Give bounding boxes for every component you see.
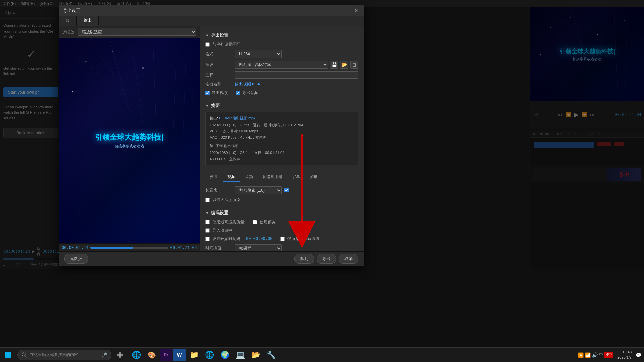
svg-line-18 bbox=[153, 41, 156, 132]
time-interpolation-row: 时间插值: 帧采样 bbox=[205, 244, 358, 251]
summary-output-label: 输出: E:\UML\输出视频.mp4 bbox=[210, 115, 354, 121]
aspect-select[interactable]: 方形像素 (1.0) bbox=[235, 186, 282, 194]
store-icon[interactable]: 🎨 bbox=[144, 348, 159, 362]
max-depth-row: 以最大深度渲染 bbox=[205, 197, 358, 203]
max-depth-checkbox[interactable] bbox=[205, 198, 210, 202]
svg-rect-39 bbox=[117, 355, 120, 358]
aspect-checkbox[interactable] bbox=[284, 188, 289, 192]
svg-rect-38 bbox=[120, 352, 123, 355]
edge-icon[interactable]: 🌐 bbox=[129, 348, 144, 362]
render-alpha-checkbox[interactable] bbox=[280, 237, 285, 241]
svg-rect-34 bbox=[8, 355, 11, 358]
source-scale-row: 源缩放: 缩放以适应 bbox=[59, 26, 200, 38]
summary-source-specs: 644x362 (1.0)，25 fps，逐行，00:01:21:04 48… bbox=[210, 149, 354, 162]
premiere-icon[interactable]: Pr bbox=[160, 349, 172, 361]
svg-point-35 bbox=[22, 353, 25, 356]
summary-output-path[interactable]: E:\UML\输出视频.mp4 bbox=[219, 116, 255, 120]
summary-source-label: 源: 序列,输出视频 bbox=[210, 143, 354, 149]
max-render-label: 使用最高渲染质量 bbox=[212, 219, 245, 225]
import-project-row: 导入项目中 bbox=[205, 228, 358, 233]
import-project-label: 导入项目中 bbox=[212, 228, 232, 233]
task-view-button[interactable] bbox=[113, 348, 127, 362]
word-icon[interactable]: W bbox=[173, 349, 186, 361]
start-button[interactable] bbox=[0, 348, 16, 362]
summary-arrow[interactable]: ▼ bbox=[205, 104, 209, 108]
use-preview-label: 使用预览 bbox=[260, 219, 276, 225]
chrome-icon[interactable]: 🌍 bbox=[217, 348, 232, 362]
notes-input[interactable] bbox=[235, 71, 358, 79]
svg-line-19 bbox=[173, 55, 176, 135]
dialog-progress-bar[interactable] bbox=[90, 247, 168, 249]
tab-publish[interactable]: 发布 bbox=[305, 172, 322, 182]
extra-icon[interactable]: 🔧 bbox=[264, 348, 278, 362]
svg-point-27 bbox=[119, 95, 120, 95]
output-name-row: 输出名称: 输出视频.mp4 bbox=[205, 81, 358, 87]
dialog-title-bar: 导出设置 × bbox=[59, 5, 364, 16]
dialog-footer: 元数据 队列 导出 取消 bbox=[59, 251, 364, 266]
time-interp-label: 时间插值: bbox=[205, 245, 232, 251]
svg-rect-40 bbox=[120, 355, 123, 358]
save-preset-button[interactable]: 💾 bbox=[330, 61, 338, 69]
dialog-settings-panel: ▼ 导出设置 与序列设置匹配 格式: H.264 预设: 匹配源 bbox=[200, 26, 364, 251]
files-icon[interactable]: 📂 bbox=[248, 348, 263, 362]
output-name-link[interactable]: 输出视频.mp4 bbox=[235, 81, 260, 87]
export-audio-checkbox[interactable] bbox=[236, 90, 240, 95]
clock-display[interactable]: 10:48 2020/1/7 bbox=[614, 350, 634, 360]
tab-source[interactable]: 源 bbox=[59, 16, 77, 26]
source-scale-select[interactable]: 缩放以适应 bbox=[78, 28, 196, 36]
delete-preset-button[interactable]: 🗑 bbox=[350, 61, 358, 69]
svg-point-22 bbox=[112, 51, 113, 52]
microphone-icon[interactable]: 🎤 bbox=[101, 352, 107, 358]
match-sequence-checkbox[interactable] bbox=[205, 42, 210, 47]
vscode-icon[interactable]: 💻 bbox=[233, 348, 248, 362]
export-button[interactable]: 导出 bbox=[317, 254, 336, 264]
summary-output-specs: 644x362 (1.0)，25fps，逐行，硬 牛编码，00:01:21:… bbox=[210, 122, 354, 141]
use-preview-checkbox[interactable] bbox=[253, 220, 257, 224]
preset-select[interactable]: 匹配源 - 高比特率 bbox=[235, 61, 328, 69]
preset-row: 预设: 匹配源 - 高比特率 💾 📂 🗑 bbox=[205, 61, 358, 69]
network-icon: 📶 bbox=[585, 352, 591, 358]
tab-effects[interactable]: 效果 bbox=[205, 172, 223, 182]
tab-video[interactable]: 视频 bbox=[223, 172, 240, 182]
summary-title: 摘要 bbox=[211, 103, 220, 109]
notes-label: 注释 bbox=[205, 72, 232, 78]
max-render-checkbox[interactable] bbox=[205, 220, 210, 224]
queue-button[interactable]: 队列 bbox=[294, 254, 314, 264]
metadata-button[interactable]: 元数据 bbox=[64, 254, 88, 264]
start-timecode-checkbox[interactable] bbox=[205, 237, 210, 241]
summary-box: 输出: E:\UML\输出视频.mp4 644x362 (1.0)，25fp… bbox=[205, 112, 358, 165]
export-video-label[interactable]: 导出视频 bbox=[205, 90, 228, 96]
export-audio-label[interactable]: 导出音频 bbox=[236, 90, 258, 96]
notification-icon[interactable]: 💬 bbox=[636, 352, 641, 358]
divider-3 bbox=[205, 206, 358, 206]
open-preset-button[interactable]: 📂 bbox=[340, 61, 348, 69]
windows-logo-icon bbox=[5, 352, 11, 358]
browser-icon[interactable]: 🌐 bbox=[202, 348, 217, 362]
import-project-checkbox[interactable] bbox=[205, 228, 210, 233]
time-interp-select[interactable]: 帧采样 bbox=[235, 244, 282, 251]
cancel-button[interactable]: 取消 bbox=[339, 254, 358, 264]
svg-point-26 bbox=[72, 91, 73, 92]
folder-icon[interactable]: 📁 bbox=[186, 348, 201, 362]
export-checkboxes-row: 导出视频 导出音频 bbox=[205, 90, 358, 96]
export-section-arrow[interactable]: ▼ bbox=[205, 33, 209, 37]
format-select[interactable]: H.264 bbox=[235, 50, 282, 58]
taskbar-search-bar[interactable]: 在这里输入你要搜索的内容 🎤 bbox=[17, 350, 111, 360]
svg-line-20 bbox=[183, 48, 186, 138]
preset-label: 预设: bbox=[205, 62, 232, 68]
aspect-ratio-row: 长宽比 方形像素 (1.0) bbox=[205, 186, 358, 194]
svg-line-14 bbox=[79, 58, 126, 98]
start-timecode-label: 设置开始时间码 bbox=[212, 236, 240, 242]
encode-arrow[interactable]: ▼ bbox=[205, 211, 209, 215]
export-settings-header: ▼ 导出设置 bbox=[205, 32, 358, 38]
tab-mux[interactable]: 多路复用器 bbox=[258, 172, 287, 182]
export-video-checkbox[interactable] bbox=[205, 90, 210, 95]
dialog-progress-fill bbox=[90, 247, 133, 249]
max-depth-label: 以最大深度渲染 bbox=[212, 197, 240, 203]
tab-output[interactable]: 输出 bbox=[77, 16, 99, 26]
close-dialog-button[interactable]: × bbox=[353, 7, 360, 14]
svg-rect-37 bbox=[117, 352, 120, 355]
time: 10:48 bbox=[617, 350, 632, 355]
tab-captions[interactable]: 字幕 bbox=[287, 172, 305, 182]
tab-audio[interactable]: 音频 bbox=[240, 172, 258, 182]
